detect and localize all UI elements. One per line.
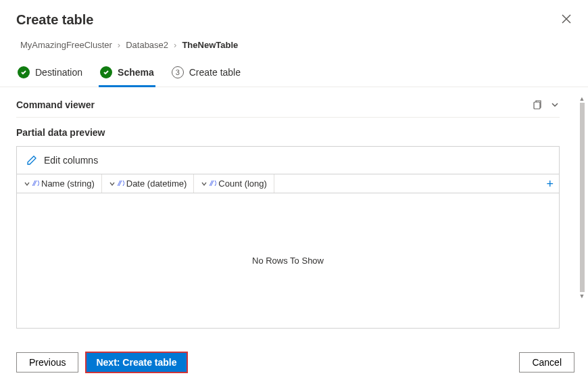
wizard-steps: Destination Schema 3 Create table [0,59,588,87]
page-title: Create table [16,12,572,28]
previous-button[interactable]: Previous [16,352,78,373]
column-header-name[interactable]: Name (string) [17,174,102,193]
content-area: Command viewer Partial data preview Edit… [0,87,588,344]
footer: Previous Next: Create table Cancel [16,352,574,373]
chevron-down-icon[interactable] [550,100,560,110]
datatype-icon [118,181,124,187]
chevron-right-icon: › [118,40,120,50]
chevron-right-icon: › [174,40,176,50]
step-schema[interactable]: Schema [99,59,155,87]
cancel-button[interactable]: Cancel [519,352,574,373]
preview-title: Partial data preview [16,118,572,146]
datatype-icon [32,181,39,187]
pencil-icon [26,155,37,166]
datatype-icon [210,181,216,187]
scroll-thumb[interactable] [580,103,585,292]
step-destination[interactable]: Destination [16,59,84,87]
step-label: Schema [118,67,154,78]
add-column-button[interactable]: + [546,176,554,191]
edit-columns-button[interactable]: Edit columns [16,146,560,174]
close-button[interactable] [558,11,574,27]
column-label: Name (string) [41,178,95,189]
breadcrumb: MyAmazingFreeCluster › Database2 › TheNe… [0,36,588,59]
step-label: Destination [35,67,82,78]
column-label: Date (datetime) [126,178,187,189]
scroll-up-arrow-icon[interactable]: ▲ [579,95,585,102]
scroll-down-arrow-icon[interactable]: ▼ [579,293,585,299]
columns-header-row: Name (string) Date (datetime) Count (lon… [16,174,560,193]
breadcrumb-item[interactable]: Database2 [126,40,168,50]
close-icon [562,14,571,24]
column-header-count[interactable]: Count (long) [194,174,274,193]
svg-rect-0 [534,102,540,109]
scrollbar[interactable]: ▲ ▼ [579,95,585,344]
breadcrumb-item-current: TheNewTable [182,40,238,50]
command-viewer-title: Command viewer [16,99,95,110]
step-create-table[interactable]: 3 Create table [170,59,242,87]
chevron-down-icon [24,181,30,187]
column-label: Count (long) [218,178,267,189]
copy-icon[interactable] [531,99,542,110]
data-grid-body: No Rows To Show [16,193,560,329]
check-icon [100,66,112,78]
edit-columns-label: Edit columns [44,155,98,166]
empty-state-text: No Rows To Show [252,256,324,266]
column-header-date[interactable]: Date (datetime) [102,174,195,193]
check-icon [18,66,30,78]
step-number-icon: 3 [172,66,184,78]
command-viewer-header: Command viewer [16,95,560,118]
next-create-table-button[interactable]: Next: Create table [85,352,187,373]
chevron-down-icon [201,181,207,187]
chevron-down-icon [109,181,116,187]
breadcrumb-item[interactable]: MyAmazingFreeCluster [20,40,112,50]
step-label: Create table [189,67,241,78]
